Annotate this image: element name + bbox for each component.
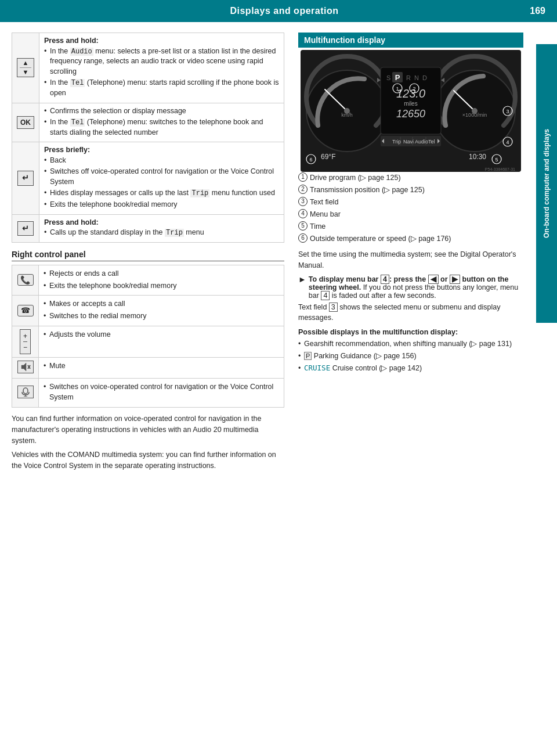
annotation-item-1: 1 Drive program (▷ page 125) (298, 172, 523, 183)
svg-text:D: D (422, 74, 427, 81)
phone-accept-icon: ☎ (17, 305, 34, 316)
main-content: ▲ ▼ Press and hold: In the Audio menu: s… (0, 22, 557, 481)
back-hold-icon: ↵ (17, 221, 34, 236)
annotation-num-5: 5 (298, 221, 308, 231)
svg-text:P54-3384687-31: P54-3384687-31 (485, 167, 515, 171)
table-cell-ok: Confirms the selection or display messag… (39, 103, 284, 142)
svg-text:3: 3 (506, 109, 509, 114)
icon-cell-phone-end: 📞 (12, 265, 39, 296)
annotation-num-4: 4 (298, 209, 308, 218)
list-item: Makes or accepts a call (44, 298, 279, 309)
table-row: OK Confirms the selection or display mes… (12, 103, 284, 142)
phone-accept-bullets: Makes or accepts a call Switches to the … (44, 298, 279, 322)
volume-plus-icon: + (23, 331, 27, 341)
mfd-display: km/h ×1000/min S P R N (298, 50, 523, 172)
icon-cell-phone-accept: ☎ (12, 296, 39, 326)
ok-bullets: Confirms the selection or display messag… (44, 106, 279, 138)
table-row: ☎ Makes or accepts a call Switches to th… (12, 296, 284, 326)
right-panel-table: 📞 Rejects or ends a call Exits the telep… (12, 265, 284, 408)
annotation-num-6: 6 (298, 233, 308, 243)
left-column: ▲ ▼ Press and hold: In the Audio menu: s… (12, 33, 284, 475)
table-row: + − Adjusts the volume (12, 326, 284, 357)
phone-end-bullets: Rejects or ends a call Exits the telepho… (44, 268, 279, 291)
svg-text:km/h: km/h (341, 112, 353, 118)
press-hold-label2: Press and hold: (44, 218, 99, 226)
table-row: ↵ Press and hold: Calls up the standard … (12, 214, 284, 242)
svg-text:5: 5 (495, 157, 498, 163)
arrow-down-icon: ▼ (20, 68, 32, 77)
list-item: Switches on voice-operated control for n… (44, 381, 279, 404)
svg-text:4: 4 (506, 139, 509, 145)
list-item: Rejects or ends a call (44, 268, 279, 279)
table-cell-phone-accept: Makes or accepts a call Switches to the … (39, 296, 284, 326)
press-hold-label: Press and hold: (44, 37, 99, 45)
pointer-arrow: ► (298, 275, 306, 284)
table-cell-voice: Switches on voice-operated control for n… (39, 378, 284, 408)
list-item: In the Tel (Telephone) menu: switches to… (44, 117, 279, 138)
voice-bullets: Switches on voice-operated control for n… (44, 381, 279, 404)
annotation-num-2: 2 (298, 185, 308, 194)
display-menu-bar-block: ► To display menu bar 4: press the ◀ or … (298, 275, 523, 300)
svg-text:miles: miles (404, 100, 417, 107)
svg-text:12650: 12650 (396, 108, 425, 120)
svg-text:R: R (406, 74, 411, 81)
back-hold-bullets: Calls up the standard display in the Tri… (44, 228, 279, 238)
list-item: Back (44, 156, 279, 166)
list-item: Adjusts the volume (44, 329, 279, 340)
table-cell-back-hold: Press and hold: Calls up the standard di… (39, 214, 284, 242)
text-field-text: Text field 3 shows the selected menu or … (298, 302, 523, 324)
updown-bullets: In the Audio menu: selects a pre-set lis… (44, 46, 279, 99)
mute-icon (17, 361, 34, 373)
svg-text:Tel: Tel (428, 139, 435, 145)
list-item: In the Tel (Telephone) menu: starts rapi… (44, 78, 279, 98)
page-number: 169 (522, 6, 545, 16)
volume-icon: + − (20, 329, 31, 354)
icon-cell-mute (12, 357, 39, 378)
annotation-item-4: 4 Menu bar (298, 208, 523, 220)
icon-cell-voice (12, 378, 39, 408)
list-item: Calls up the standard display in the Tri… (44, 228, 279, 238)
table-row: Switches on voice-operated control for n… (12, 378, 284, 408)
possible-displays-title: Possible displays in the multifunction d… (298, 328, 523, 336)
table-row: Mute (12, 357, 284, 378)
header-title: Displays and operation (46, 6, 522, 16)
svg-text:69°F: 69°F (321, 153, 335, 161)
list-item: Hides display messages or calls up the l… (44, 188, 279, 199)
svg-text:6: 6 (309, 157, 312, 163)
svg-text:1: 1 (396, 86, 399, 92)
display-menu-bar-text: To display menu bar 4: press the ◀ or ▶ … (309, 275, 523, 300)
svg-point-3 (23, 388, 28, 394)
svg-text:2: 2 (413, 86, 415, 92)
table-cell-updown: Press and hold: In the Audio menu: selec… (39, 33, 284, 103)
press-briefly-label: Press briefly: (44, 146, 90, 154)
icon-cell-volume: + − (12, 326, 39, 357)
svg-text:×1000/min: ×1000/min (462, 112, 487, 118)
annotation-text-6: Outside temperature or speed (▷ page 176… (310, 233, 451, 244)
back-briefly-bullets: Back Switches off voice-operated control… (44, 156, 279, 210)
icon-cell-updown: ▲ ▼ (12, 33, 39, 103)
list-item: Switches off voice-operated control for … (44, 167, 279, 187)
volume-minus-icon: − (23, 341, 27, 352)
list-item: Mute (44, 361, 279, 372)
icon-cell-ok: OK (12, 103, 39, 142)
annotation-item-3: 3 Text field (298, 196, 523, 208)
annotation-item-2: 2 Transmission position (▷ page 125) (298, 184, 523, 196)
right-column: Multifunction display km/h (298, 33, 523, 475)
table-cell-volume: Adjusts the volume (39, 326, 284, 357)
list-item: Exits the telephone book/redial memory (44, 280, 279, 291)
table-cell-mute: Mute (39, 357, 284, 378)
annotation-item-6: 6 Outside temperature or speed (▷ page 1… (298, 233, 523, 244)
arrow-up-icon: ▲ (20, 59, 32, 68)
annotation-num-1: 1 (298, 172, 308, 182)
annotations-list: 1 Drive program (▷ page 125) 2 Transmiss… (298, 172, 523, 244)
table-cell-back-briefly: Press briefly: Back Switches off voice-o… (39, 142, 284, 214)
svg-text:Audio: Audio (415, 139, 428, 145)
list-item: Switches to the redial memory (44, 311, 279, 322)
phone-end-icon: 📞 (17, 274, 34, 286)
list-item: CRUISE Cruise control (▷ page 142) (298, 363, 523, 374)
table-row: ↵ Press briefly: Back Switches off voice… (12, 142, 284, 214)
voice-icon (17, 386, 34, 398)
ok-icon: OK (17, 116, 34, 129)
annotation-text-1: Drive program (▷ page 125) (310, 172, 401, 183)
right-control-panel-title: Right control panel (12, 250, 284, 261)
